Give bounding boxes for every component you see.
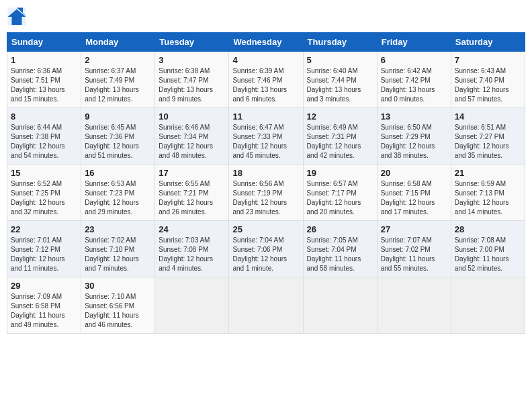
day-number: 29 — [11, 281, 77, 291]
day-number: 1 — [11, 55, 77, 65]
day-number: 18 — [232, 168, 299, 178]
day-number: 10 — [159, 111, 225, 122]
calendar-cell: 15Sunrise: 6:52 AM Sunset: 7:25 PM Dayli… — [7, 165, 81, 221]
day-info: Sunrise: 7:05 AM Sunset: 7:04 PM Dayligh… — [307, 236, 373, 273]
week-row-5: 29Sunrise: 7:09 AM Sunset: 6:58 PM Dayli… — [7, 277, 525, 334]
day-info: Sunrise: 7:09 AM Sunset: 6:58 PM Dayligh… — [11, 292, 77, 330]
day-info: Sunrise: 6:56 AM Sunset: 7:19 PM Dayligh… — [232, 179, 299, 217]
col-header-wednesday: Wednesday — [229, 33, 303, 52]
calendar-cell: 27Sunrise: 7:07 AM Sunset: 7:02 PM Dayli… — [377, 221, 451, 277]
day-info: Sunrise: 6:46 AM Sunset: 7:34 PM Dayligh… — [159, 123, 225, 161]
day-number: 13 — [381, 111, 447, 122]
day-number: 7 — [455, 55, 521, 65]
day-number: 6 — [381, 55, 447, 65]
day-info: Sunrise: 7:07 AM Sunset: 7:02 PM Dayligh… — [381, 236, 447, 273]
calendar-cell: 19Sunrise: 6:57 AM Sunset: 7:17 PM Dayli… — [303, 165, 377, 221]
day-number: 16 — [85, 168, 151, 178]
calendar-cell: 23Sunrise: 7:02 AM Sunset: 7:10 PM Dayli… — [81, 221, 155, 277]
day-info: Sunrise: 7:04 AM Sunset: 7:06 PM Dayligh… — [232, 236, 299, 273]
week-row-4: 22Sunrise: 7:01 AM Sunset: 7:12 PM Dayli… — [7, 221, 525, 277]
day-info: Sunrise: 6:57 AM Sunset: 7:17 PM Dayligh… — [307, 179, 373, 217]
calendar-cell: 13Sunrise: 6:50 AM Sunset: 7:29 PM Dayli… — [377, 108, 451, 165]
week-row-2: 8Sunrise: 6:44 AM Sunset: 7:38 PM Daylig… — [7, 108, 525, 165]
day-info: Sunrise: 6:39 AM Sunset: 7:46 PM Dayligh… — [232, 66, 299, 104]
col-header-friday: Friday — [377, 33, 451, 52]
day-number: 2 — [85, 55, 151, 65]
calendar-cell — [451, 277, 525, 334]
day-info: Sunrise: 6:44 AM Sunset: 7:38 PM Dayligh… — [11, 123, 77, 161]
day-number: 14 — [455, 111, 521, 122]
day-info: Sunrise: 6:38 AM Sunset: 7:47 PM Dayligh… — [159, 66, 225, 104]
calendar-cell: 30Sunrise: 7:10 AM Sunset: 6:56 PM Dayli… — [81, 277, 155, 334]
calendar-table: SundayMondayTuesdayWednesdayThursdayFrid… — [7, 32, 525, 334]
page-header — [7, 7, 525, 27]
calendar-cell: 3Sunrise: 6:38 AM Sunset: 7:47 PM Daylig… — [155, 52, 229, 108]
day-number: 22 — [11, 224, 77, 234]
day-number: 17 — [159, 168, 225, 178]
day-info: Sunrise: 6:36 AM Sunset: 7:51 PM Dayligh… — [11, 66, 77, 104]
calendar-cell: 6Sunrise: 6:42 AM Sunset: 7:42 PM Daylig… — [377, 52, 451, 108]
calendar-cell: 5Sunrise: 6:40 AM Sunset: 7:44 PM Daylig… — [303, 52, 377, 108]
day-info: Sunrise: 7:10 AM Sunset: 6:56 PM Dayligh… — [85, 292, 151, 330]
day-info: Sunrise: 6:42 AM Sunset: 7:42 PM Dayligh… — [381, 66, 447, 104]
day-info: Sunrise: 7:03 AM Sunset: 7:08 PM Dayligh… — [159, 236, 225, 273]
calendar-cell: 25Sunrise: 7:04 AM Sunset: 7:06 PM Dayli… — [229, 221, 303, 277]
calendar-cell: 4Sunrise: 6:39 AM Sunset: 7:46 PM Daylig… — [229, 52, 303, 108]
day-number: 9 — [85, 111, 151, 122]
day-info: Sunrise: 6:58 AM Sunset: 7:15 PM Dayligh… — [381, 179, 447, 217]
day-info: Sunrise: 6:50 AM Sunset: 7:29 PM Dayligh… — [381, 123, 447, 161]
calendar-cell — [229, 277, 303, 334]
calendar-cell — [155, 277, 229, 334]
day-number: 25 — [232, 224, 299, 234]
calendar-cell: 22Sunrise: 7:01 AM Sunset: 7:12 PM Dayli… — [7, 221, 81, 277]
day-info: Sunrise: 7:01 AM Sunset: 7:12 PM Dayligh… — [11, 236, 77, 273]
col-header-thursday: Thursday — [303, 33, 377, 52]
calendar-cell: 17Sunrise: 6:55 AM Sunset: 7:21 PM Dayli… — [155, 165, 229, 221]
calendar-cell — [303, 277, 377, 334]
calendar-cell: 8Sunrise: 6:44 AM Sunset: 7:38 PM Daylig… — [7, 108, 81, 165]
day-number: 26 — [307, 224, 373, 234]
col-header-monday: Monday — [81, 33, 155, 52]
header-row: SundayMondayTuesdayWednesdayThursdayFrid… — [7, 33, 525, 52]
calendar-cell: 10Sunrise: 6:46 AM Sunset: 7:34 PM Dayli… — [155, 108, 229, 165]
day-number: 27 — [381, 224, 447, 234]
week-row-3: 15Sunrise: 6:52 AM Sunset: 7:25 PM Dayli… — [7, 165, 525, 221]
logo — [7, 7, 30, 27]
day-info: Sunrise: 6:51 AM Sunset: 7:27 PM Dayligh… — [455, 123, 521, 161]
calendar-cell: 26Sunrise: 7:05 AM Sunset: 7:04 PM Dayli… — [303, 221, 377, 277]
day-number: 23 — [85, 224, 151, 234]
col-header-tuesday: Tuesday — [155, 33, 229, 52]
day-info: Sunrise: 6:49 AM Sunset: 7:31 PM Dayligh… — [307, 123, 373, 161]
calendar-cell: 18Sunrise: 6:56 AM Sunset: 7:19 PM Dayli… — [229, 165, 303, 221]
calendar-cell: 24Sunrise: 7:03 AM Sunset: 7:08 PM Dayli… — [155, 221, 229, 277]
calendar-cell: 20Sunrise: 6:58 AM Sunset: 7:15 PM Dayli… — [377, 165, 451, 221]
day-info: Sunrise: 6:59 AM Sunset: 7:13 PM Dayligh… — [455, 179, 521, 217]
calendar-cell — [377, 277, 451, 334]
day-info: Sunrise: 6:53 AM Sunset: 7:23 PM Dayligh… — [85, 179, 151, 217]
calendar-cell: 2Sunrise: 6:37 AM Sunset: 7:49 PM Daylig… — [81, 52, 155, 108]
calendar-cell: 7Sunrise: 6:43 AM Sunset: 7:40 PM Daylig… — [451, 52, 525, 108]
day-info: Sunrise: 6:47 AM Sunset: 7:33 PM Dayligh… — [232, 123, 299, 161]
day-info: Sunrise: 6:37 AM Sunset: 7:49 PM Dayligh… — [85, 66, 151, 104]
day-number: 3 — [159, 55, 225, 65]
day-info: Sunrise: 6:40 AM Sunset: 7:44 PM Dayligh… — [307, 66, 373, 104]
day-info: Sunrise: 7:08 AM Sunset: 7:00 PM Dayligh… — [455, 236, 521, 273]
day-info: Sunrise: 6:43 AM Sunset: 7:40 PM Dayligh… — [455, 66, 521, 104]
day-number: 11 — [232, 111, 299, 122]
calendar-cell: 16Sunrise: 6:53 AM Sunset: 7:23 PM Dayli… — [81, 165, 155, 221]
day-number: 20 — [381, 168, 447, 178]
day-number: 15 — [11, 168, 77, 178]
day-number: 4 — [232, 55, 299, 65]
day-info: Sunrise: 6:45 AM Sunset: 7:36 PM Dayligh… — [85, 123, 151, 161]
calendar-cell: 29Sunrise: 7:09 AM Sunset: 6:58 PM Dayli… — [7, 277, 81, 334]
day-info: Sunrise: 6:55 AM Sunset: 7:21 PM Dayligh… — [159, 179, 225, 217]
calendar-cell: 14Sunrise: 6:51 AM Sunset: 7:27 PM Dayli… — [451, 108, 525, 165]
calendar-cell: 28Sunrise: 7:08 AM Sunset: 7:00 PM Dayli… — [451, 221, 525, 277]
day-number: 19 — [307, 168, 373, 178]
week-row-1: 1Sunrise: 6:36 AM Sunset: 7:51 PM Daylig… — [7, 52, 525, 108]
day-number: 21 — [455, 168, 521, 178]
day-info: Sunrise: 6:52 AM Sunset: 7:25 PM Dayligh… — [11, 179, 77, 217]
day-number: 30 — [85, 281, 151, 291]
calendar-cell: 12Sunrise: 6:49 AM Sunset: 7:31 PM Dayli… — [303, 108, 377, 165]
calendar-cell: 9Sunrise: 6:45 AM Sunset: 7:36 PM Daylig… — [81, 108, 155, 165]
